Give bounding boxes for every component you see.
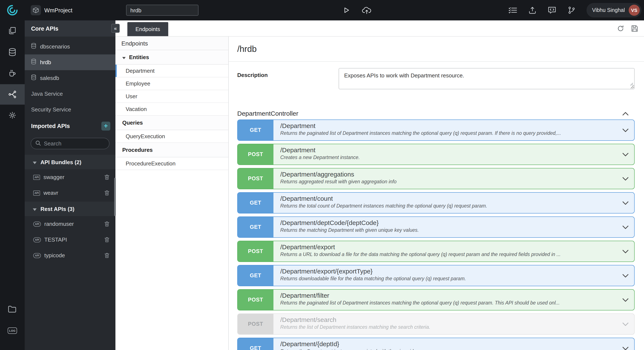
user-menu[interactable]: Vibhu Singhal VS [586, 3, 642, 17]
delete-trash-icon[interactable] [104, 190, 110, 196]
endpoint-card[interactable]: GET /Department/deptCode/{deptCode} Retu… [237, 216, 635, 238]
endpoint-entity-item[interactable]: User [116, 90, 228, 103]
endpoint-card-body: /Department/export/{exportType} Returns … [274, 265, 616, 286]
endpoint-entity-item[interactable]: Department [116, 65, 228, 77]
sidebar-item[interactable]: Java Service [25, 86, 116, 102]
sidebar-item[interactable]: hrdb [25, 54, 116, 70]
method-badge: GET [238, 217, 274, 237]
api-item-label: weavr [44, 190, 58, 196]
run-play-icon[interactable] [340, 0, 353, 20]
expand-chevron-icon[interactable] [616, 290, 634, 310]
endpoint-card[interactable]: POST /Department/export Returns a URL to… [237, 241, 635, 262]
expand-chevron-icon[interactable] [616, 265, 634, 286]
pages-icon[interactable] [0, 20, 25, 41]
endpoint-entity-item[interactable]: QueryExecution [116, 130, 228, 143]
imported-apis-title: Imported APIs [31, 123, 70, 129]
endpoint-entity-label: QueryExecution [126, 133, 165, 140]
endpoint-entity-label: Employee [126, 80, 150, 87]
endpoint-card[interactable]: GET /Department/count Returns the total … [237, 192, 635, 213]
endpoint-card[interactable]: GET /Department/export/{exportType} Retu… [237, 265, 635, 286]
scrollbar-thumb[interactable] [114, 178, 116, 216]
search-icon [35, 140, 41, 147]
logs-icon[interactable]: LOG [0, 320, 25, 341]
expand-chevron-icon[interactable] [616, 217, 634, 237]
api-item[interactable]: API randomuser [25, 216, 116, 232]
endpoint-card-body: /Department Creates a new Department ins… [274, 144, 616, 165]
endpoint-path: /Department/export/{exportType} [280, 267, 612, 276]
checklist-icon[interactable] [508, 7, 517, 14]
api-item[interactable]: API swagger [25, 169, 116, 185]
refresh-icon[interactable] [617, 25, 624, 32]
file-explorer-icon[interactable] [0, 299, 25, 319]
endpoint-entity-item[interactable]: Employee [116, 77, 228, 90]
endpoints-section-header[interactable]: Entities [116, 50, 228, 65]
endpoints-section-header[interactable]: Procedures [116, 143, 228, 157]
core-apis-list: dbscenarios hrdb salesdb Java Service Se… [25, 37, 116, 117]
endpoint-entity-item[interactable]: ProcedureExecution [116, 157, 228, 170]
cloud-deploy-icon[interactable] [360, 0, 373, 20]
delete-trash-icon[interactable] [104, 237, 110, 242]
api-item[interactable]: API TESTAPI [25, 232, 116, 247]
add-api-button[interactable]: + [101, 121, 110, 130]
description-input[interactable]: Exposes APIs to work with Department res… [338, 68, 635, 89]
endpoint-path: /Department/deptCode/{deptCode} [280, 219, 612, 227]
endpoint-card[interactable]: POST /Department Creates a new Departmen… [237, 144, 635, 165]
delete-trash-icon[interactable] [104, 221, 110, 227]
endpoints-section-label: Entities [129, 54, 149, 60]
expand-chevron-icon[interactable] [616, 193, 634, 213]
endpoint-card[interactable]: GET /Department/{deptId} Returns the Dep… [237, 338, 635, 350]
database-icon [31, 74, 36, 82]
method-badge: GET [238, 193, 274, 213]
chevron-down-icon [33, 206, 37, 212]
apis-icon[interactable] [0, 84, 25, 105]
project-icon[interactable] [31, 5, 41, 15]
save-icon[interactable] [631, 25, 638, 32]
expand-chevron-icon[interactable] [616, 120, 634, 140]
more-icon[interactable] [0, 340, 25, 350]
wavemaker-logo-icon[interactable] [0, 0, 25, 20]
settings-gear-icon[interactable] [0, 105, 25, 126]
sidebar-item[interactable]: Security Service [25, 102, 116, 117]
collapse-controller-icon[interactable] [622, 110, 629, 117]
api-item-label: randomuser [44, 221, 74, 227]
git-branch-icon[interactable] [568, 6, 576, 14]
expand-chevron-icon[interactable] [616, 314, 634, 334]
expand-chevron-icon[interactable] [616, 144, 634, 165]
api-item[interactable]: API weavr [25, 185, 116, 201]
databases-icon[interactable] [0, 42, 25, 62]
expand-chevron-icon[interactable] [616, 338, 634, 350]
api-group-label: API Bundles (2) [40, 159, 81, 165]
chevron-down-icon [33, 159, 37, 165]
upload-icon[interactable] [528, 6, 536, 14]
endpoint-card[interactable]: POST /Department/search Returns the list… [237, 313, 635, 335]
sidebar-item-label: salesdb [40, 75, 59, 81]
endpoints-section-header[interactable]: Queries [116, 116, 228, 130]
controller-row: DepartmentController [237, 110, 629, 117]
sidebar-item[interactable]: dbscenarios [25, 39, 116, 54]
endpoint-entity-item[interactable]: Vacation [116, 103, 228, 116]
api-group-header[interactable]: API Bundles (2) [25, 155, 116, 169]
endpoint-card[interactable]: POST /Department/aggregations Returns ag… [237, 168, 635, 189]
imported-apis-header: Imported APIs + [25, 118, 116, 134]
sidebar-item[interactable]: salesdb [25, 70, 116, 86]
endpoint-card[interactable]: POST /Department/filter Returns the pagi… [237, 289, 635, 311]
expand-chevron-icon[interactable] [616, 169, 634, 189]
project-name: WmProject [44, 0, 72, 20]
endpoint-card-body: /Department Returns the paginated list o… [274, 120, 616, 140]
delete-trash-icon[interactable] [104, 253, 110, 258]
collapse-sidebar-button[interactable]: « [111, 24, 120, 33]
api-item[interactable]: API typicode [25, 247, 116, 263]
tab-endpoints[interactable]: Endpoints [127, 22, 168, 36]
code-review-icon[interactable] [548, 6, 556, 14]
search-input[interactable] [44, 140, 105, 147]
java-services-icon[interactable] [0, 63, 25, 83]
endpoint-card[interactable]: GET /Department Returns the paginated li… [237, 120, 635, 141]
sidebar-item-label: hrdb [40, 59, 51, 65]
api-group-header[interactable]: Rest APIs (3) [25, 201, 116, 216]
endpoints-tree: Entities Department Employee User Vacati… [116, 50, 228, 170]
project-search-input[interactable] [126, 5, 198, 16]
endpoint-description: Returns the list of Department instances… [280, 324, 612, 330]
delete-trash-icon[interactable] [104, 174, 110, 180]
sidebar-item-label: Java Service [31, 91, 63, 97]
expand-chevron-icon[interactable] [616, 241, 634, 262]
